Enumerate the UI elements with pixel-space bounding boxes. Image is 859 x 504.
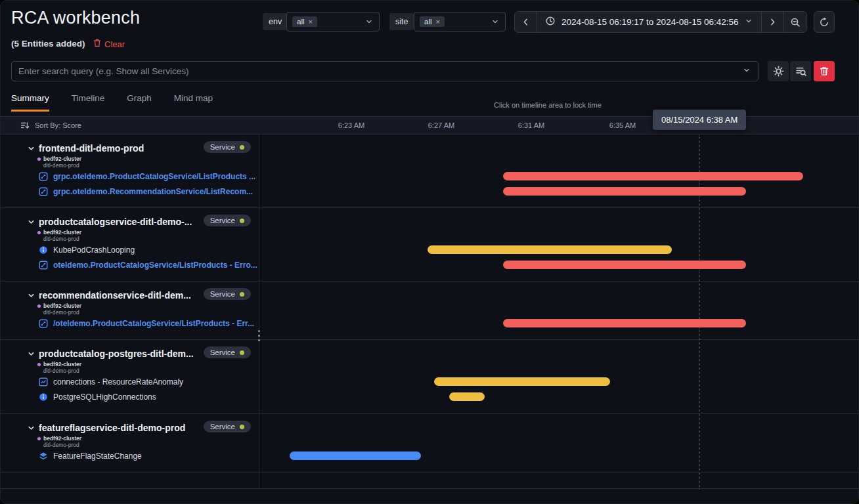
entity-name: featureflagservice-ditl-demo-prod bbox=[39, 423, 185, 433]
timeline-bar[interactable] bbox=[434, 377, 610, 386]
entity-group: recommendationservice-ditl-dem... Servic… bbox=[1, 282, 859, 340]
namespace-label: ditl-demo-prod bbox=[43, 236, 259, 242]
time-back-button[interactable] bbox=[515, 12, 537, 32]
rca-workbench-window: RCA workbench (5 Entities added) Clear e… bbox=[0, 0, 859, 504]
timeline-bar[interactable] bbox=[503, 319, 746, 327]
namespace-label: ditl-demo-prod bbox=[43, 162, 259, 169]
time-tick: 6:35 AM bbox=[609, 121, 636, 129]
apm-trace-icon bbox=[39, 187, 48, 196]
info-icon bbox=[39, 245, 48, 255]
time-range-control: 2024-08-15 06:19:17 to 2024-08-15 06:42:… bbox=[514, 11, 807, 33]
zoom-out-button[interactable] bbox=[783, 12, 806, 32]
timeline-bar[interactable] bbox=[503, 172, 803, 180]
settings-button[interactable] bbox=[768, 61, 789, 81]
timeline-bar[interactable] bbox=[428, 245, 672, 254]
severity-dot bbox=[240, 292, 244, 297]
finding-row[interactable]: FeatureFlagStateChange bbox=[39, 448, 259, 463]
page-title: RCA workbench bbox=[11, 8, 140, 28]
service-badge: Service bbox=[204, 346, 251, 358]
cluster-dot bbox=[37, 231, 41, 234]
chevron-down-icon bbox=[27, 218, 35, 226]
sort-by-label: Sort By: Score bbox=[35, 121, 81, 129]
chevron-down-icon bbox=[27, 424, 35, 432]
chevron-down-icon bbox=[744, 16, 753, 28]
severity-dot bbox=[240, 350, 244, 355]
gantt-lane[interactable] bbox=[259, 282, 859, 339]
gantt-lane[interactable] bbox=[259, 340, 859, 413]
timeline-bar[interactable] bbox=[503, 187, 746, 196]
sort-by-control[interactable]: Sort By: Score bbox=[20, 117, 81, 134]
finding-link[interactable]: /oteldemo.ProductCatalogService/ListProd… bbox=[53, 319, 254, 328]
layers-icon bbox=[39, 452, 48, 461]
trash-icon bbox=[820, 66, 829, 76]
finding-link[interactable]: grpc.oteldemo.RecommendationService/List… bbox=[53, 187, 253, 196]
entity-group: frontend-ditl-demo-prod Service bedf92-c… bbox=[1, 135, 859, 208]
finding-row[interactable]: grpc.oteldemo.ProductCatalogService/List… bbox=[39, 169, 259, 184]
refresh-button[interactable] bbox=[814, 11, 835, 33]
entity-group: productcatalog-postgres-ditl-dem... Serv… bbox=[1, 340, 859, 414]
entity-name: productcatalogservice-ditl-demo-... bbox=[39, 217, 192, 227]
finding-row[interactable]: KubePodCrashLooping bbox=[39, 242, 259, 257]
summary-content: frontend-ditl-demo-prod Service bedf92-c… bbox=[1, 135, 859, 490]
search-input[interactable] bbox=[18, 66, 742, 76]
chevron-right-icon bbox=[768, 17, 778, 27]
env-filter-dropdown[interactable]: all× bbox=[286, 12, 380, 32]
chevron-down-icon bbox=[27, 291, 35, 300]
service-badge: Service bbox=[204, 288, 251, 300]
chevron-down-icon[interactable] bbox=[742, 66, 751, 77]
drag-handle-icon[interactable] bbox=[255, 330, 262, 341]
chevron-down-icon bbox=[491, 17, 500, 26]
clock-icon bbox=[545, 16, 556, 29]
finding-link[interactable]: oteldemo.ProductCatalogService/ListProdu… bbox=[53, 261, 257, 270]
entity-group: featureflagservice-ditl-demo-prod Servic… bbox=[1, 414, 859, 472]
chevron-down-icon bbox=[27, 350, 35, 358]
tab-timeline[interactable]: Timeline bbox=[72, 93, 105, 112]
saved-queries-button[interactable] bbox=[790, 61, 811, 81]
timeline-bar[interactable] bbox=[449, 392, 485, 401]
clear-entities-button[interactable]: Clear bbox=[93, 39, 125, 49]
cluster-label: bedf92-cluster bbox=[37, 303, 259, 309]
gantt-lane[interactable] bbox=[259, 414, 859, 472]
cluster-label: bedf92-cluster bbox=[37, 229, 259, 236]
clear-label: Clear bbox=[104, 39, 125, 49]
finding-label: KubePodCrashLooping bbox=[53, 245, 135, 255]
finding-row[interactable]: oteldemo.ProductCatalogService/ListProdu… bbox=[39, 257, 259, 272]
tab-summary[interactable]: Summary bbox=[11, 93, 49, 112]
finding-row[interactable]: PostgreSQLHighConnections bbox=[39, 389, 259, 404]
apm-trace-icon bbox=[39, 261, 48, 270]
timeline-bar[interactable] bbox=[290, 452, 421, 460]
entity-group: productcatalogservice-ditl-demo-... Serv… bbox=[1, 208, 859, 282]
finding-label: FeatureFlagStateChange bbox=[53, 452, 142, 461]
panel-divider[interactable] bbox=[259, 135, 259, 490]
tab-mindmap[interactable]: Mind map bbox=[174, 93, 213, 112]
remove-env-filter-icon[interactable]: × bbox=[309, 18, 313, 26]
time-forward-button[interactable] bbox=[761, 12, 783, 32]
info-icon bbox=[39, 392, 48, 402]
finding-label: PostgreSQLHighConnections bbox=[53, 392, 156, 402]
time-range-picker[interactable]: 2024-08-15 06:19:17 to 2024-08-15 06:42:… bbox=[537, 12, 761, 32]
gantt-lane[interactable] bbox=[259, 135, 859, 207]
chevron-down-icon bbox=[364, 17, 374, 26]
cluster-label: bedf92-cluster bbox=[37, 361, 259, 368]
delete-query-button[interactable] bbox=[814, 61, 835, 81]
cluster-dot bbox=[37, 363, 41, 366]
site-filter-dropdown[interactable]: all× bbox=[414, 12, 506, 32]
time-tick: 6:31 AM bbox=[518, 121, 544, 129]
finding-link[interactable]: grpc.oteldemo.ProductCatalogService/List… bbox=[53, 172, 255, 181]
gantt-lane[interactable] bbox=[259, 208, 859, 281]
finding-row[interactable]: grpc.oteldemo.RecommendationService/List… bbox=[39, 184, 259, 199]
env-filter-label: env bbox=[263, 13, 288, 30]
remove-site-filter-icon[interactable]: × bbox=[436, 18, 440, 26]
sort-icon bbox=[20, 121, 30, 130]
site-filter-label: site bbox=[389, 13, 414, 30]
service-badge: Service bbox=[204, 141, 251, 153]
finding-row[interactable]: /oteldemo.ProductCatalogService/ListProd… bbox=[39, 316, 259, 331]
tab-graph[interactable]: Graph bbox=[127, 93, 152, 112]
service-badge: Service bbox=[204, 215, 251, 226]
detector-chart-icon bbox=[39, 377, 48, 387]
finding-row[interactable]: connections - ResourceRateAnomaly bbox=[39, 374, 259, 389]
service-badge: Service bbox=[204, 421, 251, 432]
entity-name: frontend-ditl-demo-prod bbox=[39, 143, 144, 154]
namespace-label: ditl-demo-prod bbox=[43, 309, 259, 316]
timeline-bar[interactable] bbox=[503, 261, 746, 269]
